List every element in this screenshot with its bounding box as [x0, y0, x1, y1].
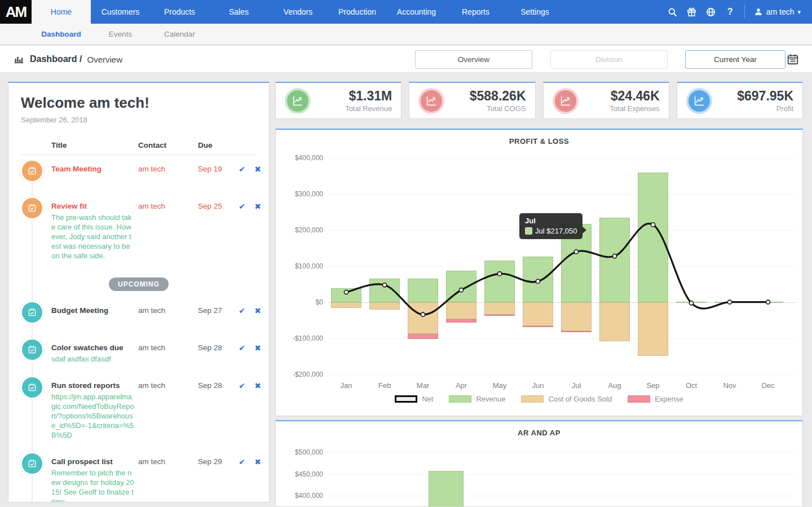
revenue-bar[interactable] [753, 302, 783, 303]
gift-icon[interactable] [682, 0, 701, 24]
cogs-bar[interactable] [331, 302, 361, 308]
expense-bar[interactable] [484, 315, 515, 316]
x-axis-tick: May [480, 381, 519, 390]
task-dismiss-button[interactable]: ✖ [252, 457, 263, 502]
nav-item-products[interactable]: Products [150, 0, 209, 24]
task-title[interactable]: Run stored reports [51, 381, 135, 391]
welcome-date: September 26, 2018 [21, 116, 257, 124]
nav-item-home[interactable]: Home [32, 0, 91, 24]
expense-bar[interactable] [561, 331, 592, 332]
task-dismiss-button[interactable]: ✖ [252, 343, 263, 364]
x-axis-tick: Jun [519, 381, 557, 390]
subnav-item-dashboard[interactable]: Dashboard [32, 24, 91, 45]
task-title[interactable]: Budget Meeting [51, 306, 135, 316]
y-axis-tick: $450,000 [276, 470, 323, 478]
toolbar: Dashboard / Overview Overview Division C… [0, 46, 812, 73]
subnav-item-events[interactable]: Events [91, 24, 150, 45]
legend-item-cost-of-goods-sold[interactable]: Cost of Goods Sold [521, 395, 612, 403]
calendar-check-icon [22, 377, 42, 398]
task-due: Sep 29 [198, 457, 232, 502]
task-due: Sep 28 [198, 343, 232, 364]
x-axis-tick: Jan [327, 381, 365, 390]
task-dismiss-button[interactable]: ✖ [252, 306, 263, 326]
legend-item-expense[interactable]: Expense [628, 395, 683, 403]
y-axis-tick: $300,000 [276, 190, 323, 198]
legend-swatch [395, 395, 417, 403]
cogs-bar[interactable] [369, 302, 400, 310]
user-menu[interactable]: am tech ▾ [744, 5, 804, 19]
revenue-bar[interactable] [369, 279, 400, 302]
kpi-card-profit[interactable]: $697.95KProfit [677, 82, 803, 119]
task-complete-button[interactable]: ✔ [235, 164, 249, 184]
nav-item-customers[interactable]: Customers [91, 0, 150, 24]
y-axis-tick: -$200,000 [276, 371, 323, 378]
nav-item-production[interactable]: Production [328, 0, 387, 24]
cogs-bar[interactable] [523, 302, 553, 326]
bar-chart-icon [14, 54, 25, 65]
kpi-card-total-cogs[interactable]: $588.26KTotal COGS [409, 82, 535, 119]
calendar-icon[interactable] [787, 53, 799, 65]
revenue-bar[interactable] [599, 218, 630, 302]
search-icon[interactable] [663, 0, 682, 24]
subnav-item-calendar[interactable]: Calendar [150, 24, 209, 45]
calendar-check-icon [22, 198, 42, 218]
expense-bar[interactable] [446, 319, 476, 323]
task-due: Sep 25 [198, 201, 232, 261]
cogs-bar[interactable] [446, 302, 476, 319]
legend-label: Net [422, 395, 433, 403]
revenue-bar[interactable] [714, 302, 745, 303]
task-title[interactable]: Color swatches due [51, 343, 135, 353]
nav-item-accounting[interactable]: Accounting [387, 0, 446, 24]
app-logo[interactable]: AM [0, 0, 32, 24]
revenue-bar[interactable] [408, 279, 438, 302]
task-complete-button[interactable]: ✔ [235, 457, 249, 502]
nav-item-sales[interactable]: Sales [209, 0, 268, 24]
cogs-bar[interactable] [599, 302, 630, 341]
task-dismiss-button[interactable]: ✖ [252, 164, 263, 184]
profit-loss-panel: PROFIT & LOSS Jul Jul $217,050 $400,000$… [275, 129, 803, 416]
legend-item-revenue[interactable]: Revenue [449, 395, 505, 403]
task-complete-button[interactable]: ✔ [235, 343, 249, 364]
kpi-card-total-expenses[interactable]: $24.46KTotal Expenses [543, 82, 669, 119]
revenue-bar[interactable] [446, 271, 476, 302]
revenue-bar[interactable] [638, 173, 668, 302]
cogs-bar[interactable] [561, 302, 592, 331]
task-note: sdaf asdfas dfasdf [51, 354, 135, 364]
task-title[interactable]: Call prospect list [51, 457, 135, 467]
task-due: Sep 27 [198, 306, 232, 326]
nav-item-reports[interactable]: Reports [446, 0, 505, 24]
revenue-bar[interactable] [676, 302, 707, 303]
period-dropdown[interactable]: Current Year [685, 50, 785, 69]
revenue-bar[interactable] [523, 257, 553, 302]
ar-bar[interactable] [429, 471, 464, 507]
globe-icon[interactable] [701, 0, 721, 24]
task-title[interactable]: Team Meeting [51, 164, 135, 174]
cogs-bar[interactable] [408, 302, 438, 334]
kpi-card-total-revenue[interactable]: $1.31MTotal Revenue [275, 82, 401, 119]
help-icon[interactable]: ? [721, 0, 740, 24]
cogs-bar[interactable] [638, 302, 668, 356]
legend-item-net[interactable]: Net [395, 395, 433, 403]
upcoming-divider: UPCOMING [21, 277, 257, 291]
revenue-bar[interactable] [331, 288, 361, 302]
expense-bar[interactable] [408, 334, 438, 339]
kpi-label: Total Expenses [610, 104, 660, 113]
nav-item-vendors[interactable]: Vendors [268, 0, 328, 24]
division-dropdown[interactable]: Division [550, 50, 668, 69]
task-complete-button[interactable]: ✔ [235, 381, 249, 440]
task-complete-button[interactable]: ✔ [235, 201, 249, 261]
task-title-cell: Review fitThe pre-wash should take care … [51, 201, 135, 261]
task-dismiss-button[interactable]: ✖ [252, 381, 263, 440]
task-contact: am tech [138, 381, 195, 440]
revenue-bar[interactable] [484, 261, 515, 302]
task-complete-button[interactable]: ✔ [235, 306, 249, 326]
overview-dropdown[interactable]: Overview [415, 50, 532, 69]
nav-item-settings[interactable]: Settings [505, 0, 564, 24]
expense-bar[interactable] [523, 326, 553, 327]
y-axis-tick: -$100,000 [276, 334, 323, 342]
column-contact: Contact [138, 141, 195, 149]
cogs-bar[interactable] [484, 302, 515, 315]
task-title[interactable]: Review fit [51, 201, 135, 211]
task-dismiss-button[interactable]: ✖ [252, 201, 263, 261]
y-axis-tick: $100,000 [276, 262, 323, 270]
